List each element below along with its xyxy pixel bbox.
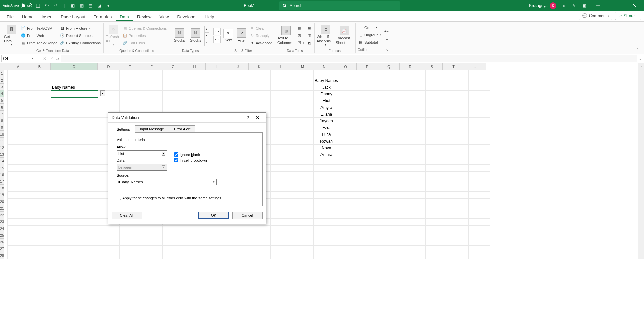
cell-L9[interactable] bbox=[271, 124, 292, 131]
close-button[interactable] bbox=[628, 0, 641, 11]
cell-C27[interactable] bbox=[51, 246, 98, 252]
col-header-U[interactable]: U bbox=[464, 63, 486, 70]
cell-F5[interactable] bbox=[141, 97, 163, 104]
cell-Q3[interactable] bbox=[382, 84, 404, 91]
cell-B2[interactable] bbox=[29, 77, 51, 84]
cell-A16[interactable] bbox=[8, 172, 29, 178]
row-header-16[interactable]: 16 bbox=[0, 171, 4, 178]
remove-dup-button[interactable]: ▧ bbox=[296, 32, 305, 39]
cell-A19[interactable] bbox=[8, 192, 29, 199]
cell-C19[interactable] bbox=[51, 192, 98, 199]
cell-G24[interactable] bbox=[163, 226, 184, 232]
cell-E28[interactable] bbox=[120, 252, 141, 259]
cell-Q14[interactable] bbox=[382, 158, 404, 165]
row-header-6[interactable]: 6 bbox=[0, 104, 4, 111]
cell-C25[interactable] bbox=[51, 232, 98, 239]
cell-N23[interactable] bbox=[314, 219, 339, 226]
cell-D6[interactable] bbox=[98, 104, 120, 111]
incell-dd-input[interactable] bbox=[174, 158, 178, 162]
cell-K27[interactable] bbox=[249, 246, 271, 252]
cell-L25[interactable] bbox=[271, 232, 292, 239]
cell-O10[interactable] bbox=[339, 131, 361, 138]
row-header-12[interactable]: 12 bbox=[0, 144, 4, 151]
col-header-D[interactable]: D bbox=[98, 63, 119, 70]
cell-L4[interactable] bbox=[271, 91, 292, 97]
cell-U24[interactable] bbox=[468, 226, 490, 232]
cell-T12[interactable] bbox=[447, 145, 468, 151]
from-table-button[interactable]: ▦From Table/Range bbox=[20, 40, 58, 47]
manage-model-button[interactable]: ◩ bbox=[306, 40, 312, 47]
cell-O12[interactable] bbox=[339, 145, 361, 151]
ribbon-mode-icon[interactable]: ▣ bbox=[581, 3, 587, 8]
row-header-19[interactable]: 19 bbox=[0, 191, 4, 198]
col-header-G[interactable]: G bbox=[162, 63, 184, 70]
cell-S22[interactable] bbox=[425, 212, 447, 219]
cell-H24[interactable] bbox=[184, 226, 206, 232]
cell-R13[interactable] bbox=[404, 151, 425, 158]
cell-P21[interactable] bbox=[361, 205, 382, 212]
cell-S9[interactable] bbox=[425, 124, 447, 131]
cell-M23[interactable] bbox=[292, 219, 314, 226]
cell-N25[interactable] bbox=[314, 232, 339, 239]
cell-C11[interactable] bbox=[51, 138, 98, 145]
cell-S24[interactable] bbox=[425, 226, 447, 232]
cell-B25[interactable] bbox=[29, 232, 51, 239]
cell-M18[interactable] bbox=[292, 185, 314, 192]
cell-A15[interactable] bbox=[8, 165, 29, 172]
cell-L1[interactable] bbox=[271, 70, 292, 77]
cell-O4[interactable] bbox=[339, 91, 361, 97]
cell-J6[interactable] bbox=[227, 104, 249, 111]
cell-K3[interactable] bbox=[249, 84, 271, 91]
cell-P28[interactable] bbox=[361, 252, 382, 259]
cell-T10[interactable] bbox=[447, 131, 468, 138]
cell-A7[interactable] bbox=[8, 111, 29, 118]
cell-A12[interactable] bbox=[8, 145, 29, 151]
cell-M10[interactable] bbox=[292, 131, 314, 138]
cell-O20[interactable] bbox=[339, 199, 361, 205]
cell-R7[interactable] bbox=[404, 111, 425, 118]
cell-T22[interactable] bbox=[447, 212, 468, 219]
cell-U23[interactable] bbox=[468, 219, 490, 226]
cell-U21[interactable] bbox=[468, 205, 490, 212]
from-web-button[interactable]: 🌐From Web bbox=[20, 32, 58, 39]
consolidate-button[interactable]: ⊞ bbox=[306, 25, 312, 32]
cell-P18[interactable] bbox=[361, 185, 382, 192]
col-header-E[interactable]: E bbox=[119, 63, 141, 70]
cell-B4[interactable] bbox=[29, 91, 51, 97]
col-header-I[interactable]: I bbox=[206, 63, 227, 70]
allow-select[interactable]: List▾ bbox=[117, 150, 167, 157]
cell-O8[interactable] bbox=[339, 118, 361, 124]
group-button[interactable]: ⊞Group ▾ bbox=[358, 24, 382, 31]
cell-Q7[interactable] bbox=[382, 111, 404, 118]
incell-dropdown-checkbox[interactable]: In-cell dropdown bbox=[174, 158, 207, 162]
cell-K6[interactable] bbox=[249, 104, 271, 111]
stocks1-button[interactable]: 🏛Stocks bbox=[172, 24, 187, 48]
cell-R4[interactable] bbox=[404, 91, 425, 97]
row-header-18[interactable]: 18 bbox=[0, 185, 4, 191]
cell-Q4[interactable] bbox=[382, 91, 404, 97]
subtotal-button[interactable]: ▤Subtotal bbox=[358, 39, 382, 46]
cell-L23[interactable] bbox=[271, 219, 292, 226]
cell-O13[interactable] bbox=[339, 151, 361, 158]
cell-Q16[interactable] bbox=[382, 172, 404, 178]
cell-B3[interactable] bbox=[29, 84, 51, 91]
col-header-C[interactable]: C bbox=[51, 63, 98, 70]
cell-Q13[interactable] bbox=[382, 151, 404, 158]
relationships-button[interactable]: ◫ bbox=[306, 32, 312, 39]
cell-F28[interactable] bbox=[141, 252, 163, 259]
cell-B6[interactable] bbox=[29, 104, 51, 111]
cell-A25[interactable] bbox=[8, 232, 29, 239]
cell-M25[interactable] bbox=[292, 232, 314, 239]
cell-M28[interactable] bbox=[292, 252, 314, 259]
cell-L11[interactable] bbox=[271, 138, 292, 145]
cell-M26[interactable] bbox=[292, 239, 314, 246]
cell-Q5[interactable] bbox=[382, 97, 404, 104]
cell-Q8[interactable] bbox=[382, 118, 404, 124]
cell-B16[interactable] bbox=[29, 172, 51, 178]
cell-L5[interactable] bbox=[271, 97, 292, 104]
cell-N15[interactable] bbox=[314, 165, 339, 172]
cell-H26[interactable] bbox=[184, 239, 206, 246]
cell-N20[interactable] bbox=[314, 199, 339, 205]
cell-R6[interactable] bbox=[404, 104, 425, 111]
cell-Q18[interactable] bbox=[382, 185, 404, 192]
